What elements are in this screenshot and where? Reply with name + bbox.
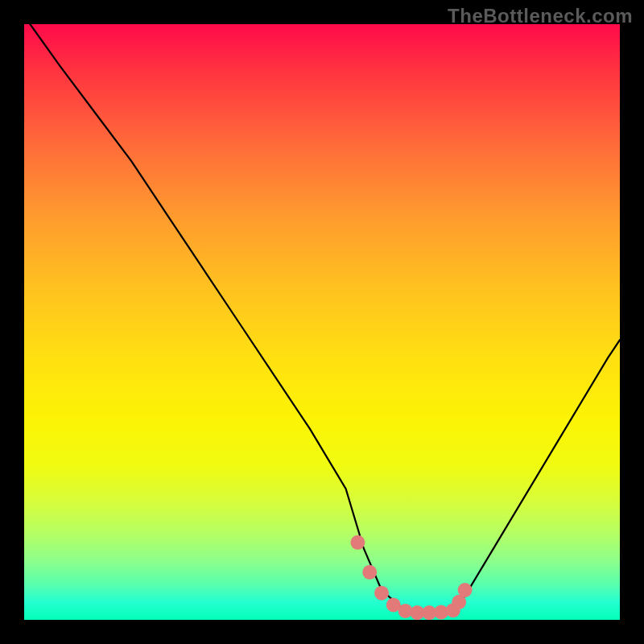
highlight-dot <box>458 583 473 597</box>
highlight-dot <box>374 586 389 601</box>
highlight-dots <box>350 535 472 620</box>
plot-area <box>24 24 620 620</box>
highlight-dot <box>362 565 377 580</box>
chart-frame: TheBottleneck.com <box>0 0 644 644</box>
bottleneck-curve <box>30 24 620 613</box>
highlight-dot <box>350 535 365 550</box>
curve-layer <box>24 24 620 620</box>
